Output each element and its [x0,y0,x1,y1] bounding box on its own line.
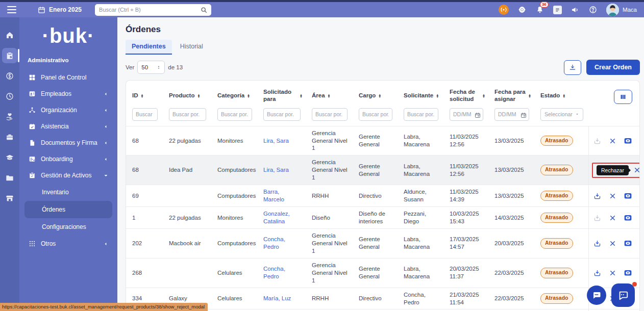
assign-order-button[interactable] [593,192,602,200]
column-header[interactable]: Solicitante▲▼ [398,87,443,103]
cell-area: Diseño [306,211,353,225]
gear-icon[interactable] [517,5,527,14]
status-filter-select[interactable]: Seleccionar [540,108,583,121]
sidebar-item-gestion[interactable]: Gestión de Activos [24,167,112,184]
sort-icon[interactable]: ▲▼ [247,94,250,98]
reject-order-button[interactable] [608,269,617,277]
user-menu[interactable]: Maca [606,4,637,16]
filter-input[interactable] [169,108,206,121]
search-input[interactable] [99,7,201,13]
chat-widget-button[interactable] [611,283,635,307]
global-search[interactable] [95,4,211,16]
cell-solicitante: Labra, Macarena [398,160,443,181]
create-order-button[interactable]: Crear Orden [586,60,640,75]
assign-order-button[interactable] [593,269,602,277]
employee-link[interactable]: Gonzalez, Catalina [263,211,290,224]
sort-icon[interactable]: ▲▼ [300,94,303,98]
chevron-left-icon [104,92,108,96]
cell-solicitado: Lira, Sara [257,163,306,177]
sidebar-item-onboarding[interactable]: Onboarding [24,151,112,167]
filter-input[interactable] [404,108,438,121]
megaphone-icon[interactable] [571,5,580,14]
bell-icon[interactable]: 36 [535,5,544,14]
rail-hand-heart-icon[interactable] [2,109,17,124]
column-header[interactable]: Cargo▲▼ [353,87,398,103]
rail-folder-icon[interactable] [2,170,17,186]
column-header[interactable]: ID▲▼ [126,87,163,103]
sidebar-item-empleados[interactable]: Empleados [24,86,112,102]
rail-graduation-icon[interactable] [2,150,17,165]
employee-link[interactable]: Lira, Sara [263,167,289,173]
reject-order-button[interactable] [608,239,617,248]
sort-icon[interactable]: ▲▼ [436,94,439,98]
period-selector[interactable]: Enero 2025 [38,6,82,14]
menu-toggle-icon[interactable] [7,6,16,13]
reject-order-button[interactable] [608,137,617,145]
sort-icon[interactable]: ▲▼ [328,94,331,98]
tab-pendientes[interactable]: Pendientes [126,40,172,55]
assign-order-button[interactable] [593,137,602,145]
record-icon[interactable] [499,5,509,15]
sidebar-subitem-2[interactable]: Configuraciones [24,218,112,236]
sidebar-item-asistencia[interactable]: Asistencia [24,118,112,135]
sort-icon[interactable]: ▲▼ [141,94,144,98]
sort-icon[interactable]: ▲▼ [528,94,531,98]
employee-link[interactable]: Barra, Marcelo [263,189,284,202]
sort-icon[interactable]: ▲▼ [562,94,565,98]
filter-input[interactable] [132,108,158,121]
sort-icon[interactable]: ▲▼ [197,94,200,98]
view-order-button[interactable] [624,239,632,248]
column-header[interactable]: Área▲▼ [306,87,353,103]
column-header[interactable]: Producto▲▼ [163,87,211,103]
view-order-button[interactable] [624,137,632,145]
filter-input[interactable] [217,108,252,121]
column-header[interactable]: Fecha para asignar▲▼ [488,84,534,107]
assign-order-button[interactable] [593,214,602,222]
rail-briefcase-icon[interactable] [2,129,17,145]
employee-link[interactable]: Concha, Pedro [263,266,285,279]
avatar [606,4,619,16]
view-order-button[interactable] [624,192,632,200]
sort-icon[interactable]: ▲▼ [378,94,381,98]
cell-solicitante: Concha, Pedro [398,288,443,309]
employee-link[interactable]: Concha, Pedro [263,236,285,250]
column-settings-button[interactable] [614,90,632,104]
column-header[interactable]: Estado▲▼ [534,87,588,103]
sidebar-item-panel[interactable]: Panel de Control [24,69,112,86]
sidebar-item-org[interactable]: Organización [24,102,112,118]
chevron-left-icon [104,242,108,246]
assign-order-button[interactable] [593,239,602,248]
filter-input[interactable] [263,108,301,121]
help-icon[interactable] [588,5,598,14]
cell-cargo: Diseño de interiores [353,207,398,228]
view-order-button[interactable] [624,269,632,277]
reject-order-button[interactable] [608,192,617,200]
column-header[interactable]: Fecha de solicitud▲▼ [443,84,488,107]
sidebar-subitem-1[interactable]: Órdenes [24,201,112,218]
per-page-select[interactable]: 50 [137,61,165,74]
download-button[interactable] [564,60,581,75]
sidebar-subitem-0[interactable]: Inventario [24,184,112,201]
employee-link[interactable]: María, Luz [263,295,291,301]
tab-historial[interactable]: Historial [174,40,209,55]
column-header[interactable]: Categoría▲▼ [211,87,257,103]
employee-link[interactable]: Lira, Sara [263,138,289,144]
reject-order-button[interactable] [608,214,617,222]
sort-icon[interactable]: ▲▼ [482,94,485,98]
rail-home-icon[interactable] [2,28,17,43]
column-header[interactable]: Solicitado para▲▼ [257,84,306,107]
chat-bubble-button[interactable] [587,286,606,305]
sidebar-item-otros[interactable]: Otros [24,236,112,252]
cell-id: 68 [126,134,163,148]
notes-icon[interactable] [553,6,562,14]
rail-dollar-icon[interactable] [2,68,17,84]
rail-store-icon[interactable] [2,191,17,206]
filter-input[interactable] [359,108,392,121]
sidebar-item-docs[interactable]: Documentos y Firma [24,135,112,151]
view-order-button[interactable] [624,214,632,222]
rail-clock-icon[interactable] [2,89,17,104]
filter-input[interactable] [312,108,348,121]
cell-producto: Idea Pad [163,163,211,177]
rail-clipboard-icon[interactable] [2,48,17,63]
reject-order-button[interactable] [633,166,640,174]
